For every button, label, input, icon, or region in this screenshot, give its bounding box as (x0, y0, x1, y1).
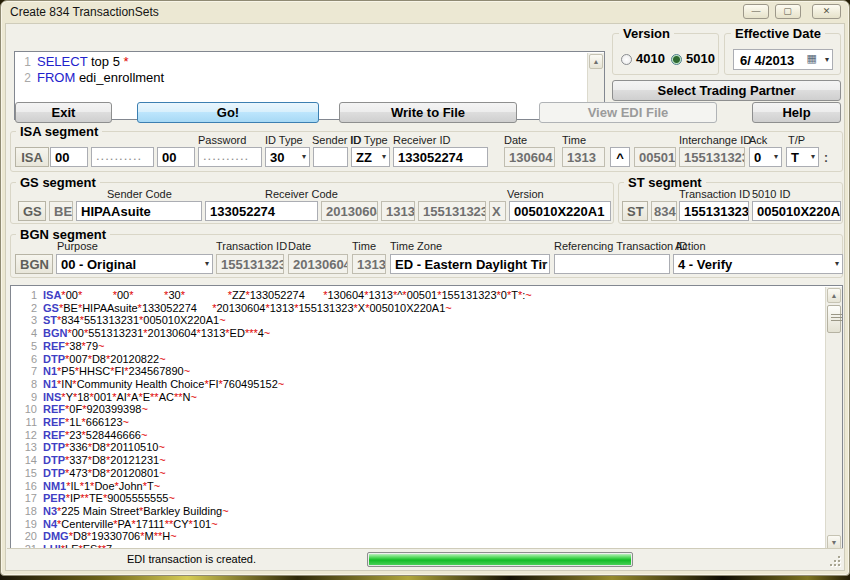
edi-line: 8N1*IN*Community Health Choice*FI*760495… (11, 378, 824, 391)
edi-line: 9INS*Y*18*001*AI*A*E**AC**N~ (11, 391, 824, 404)
bgn-time-zone-combo[interactable]: ED - Eastern Daylight Tir▾ (390, 254, 550, 274)
bgn-purpose-combo[interactable]: 00 - Original▾ (56, 254, 213, 274)
st-type-field[interactable]: 834 (651, 201, 677, 221)
title-bar[interactable]: Create 834 TransactionSets — ▢ ✕ (1, 1, 849, 23)
isa-date-label: Date (504, 134, 527, 146)
edi-line: 20DMG*D8*19330706*M**H~ (11, 530, 824, 543)
scroll-up-icon[interactable]: ▲ (589, 54, 603, 69)
gs-receiver-code-field[interactable]: 133052274 (205, 201, 318, 221)
maximize-icon[interactable]: ▢ (775, 4, 801, 19)
isa-auth-info-field[interactable]: .......... (91, 147, 154, 167)
write-to-file-button[interactable]: Write to File (339, 102, 517, 123)
line-number: 16 (11, 480, 37, 493)
version-radio-4010[interactable]: 4010 (621, 49, 665, 65)
sql-line: 2FROM edi_enrollment (15, 70, 586, 86)
bgn-tag: BGN (15, 254, 53, 274)
scroll-up-icon[interactable]: ▲ (827, 288, 841, 303)
bgn-referencing-id-field[interactable] (554, 254, 670, 274)
isa-interchange-id-field[interactable]: 155131323 (679, 147, 745, 167)
help-button[interactable]: Help (752, 102, 841, 123)
chevron-down-icon: ▾ (825, 55, 829, 64)
isa-sender-id-field[interactable] (313, 147, 348, 167)
bgn-action-label: Action (675, 240, 706, 252)
isa-repetition-separator-field[interactable]: ^ (610, 147, 630, 167)
radio-icon (671, 54, 682, 65)
minimize-icon[interactable]: — (743, 4, 769, 19)
gs-agency-field[interactable]: X (489, 201, 506, 221)
edi-line: 7N1*P5*HHSC*FI*234567890~ (11, 365, 824, 378)
isa-receiver-id-field[interactable]: 133052274 (393, 147, 488, 167)
isa-ack-label: Ack (749, 134, 767, 146)
isa-password-field[interactable]: .......... (198, 147, 262, 167)
isa-tag: ISA (15, 147, 49, 167)
isa-time-field[interactable]: 1313 (562, 147, 605, 167)
bgn-transaction-id-field[interactable]: 155131323 (216, 254, 284, 274)
bgn-date-field[interactable]: 20130604 (288, 254, 348, 274)
line-number: 6 (11, 353, 37, 366)
chevron-down-icon: ▾ (774, 152, 778, 161)
go-button[interactable]: Go! (137, 102, 319, 123)
isa-password-label: Password (198, 134, 246, 146)
close-icon[interactable]: ✕ (812, 4, 841, 19)
edi-line: 3ST*834*551313231*005010X220A1~ (11, 314, 824, 327)
isa-receiver-id-label: Receiver ID (393, 134, 450, 146)
view-edi-file-button[interactable]: View EDI File (539, 102, 717, 123)
bgn-action-combo[interactable]: 4 - Verify▾ (673, 254, 843, 274)
isa-interchange-id-label: Interchange ID (679, 134, 751, 146)
edi-line: 4BGN*00*551313231*20130604*1313*ED***4~ (11, 327, 824, 340)
edi-line: 16NM1*IL*1*Doe*John*T~ (11, 480, 824, 493)
gs-time-field[interactable]: 1313 (381, 201, 415, 221)
bgn-purpose-label: Purpose (57, 240, 98, 252)
bgn-time-zone-label: Time Zone (390, 240, 442, 252)
status-bar: EDI transaction is created. (7, 548, 843, 569)
isa-sender-idtype-combo[interactable]: 30▾ (265, 147, 310, 167)
gs-groupbox-title: GS segment (16, 175, 100, 190)
chevron-down-icon: ▾ (542, 259, 546, 268)
isa-security-qualifier-field[interactable]: 00 (157, 147, 195, 167)
gs-version-field[interactable]: 005010X220A1 (509, 201, 611, 221)
isa-control-version-field[interactable]: 00501 (634, 147, 676, 167)
sql-line: 1SELECT top 5 * (15, 54, 586, 70)
line-number: 2 (11, 302, 37, 315)
isa-element-separator: : (824, 151, 828, 165)
chevron-down-icon: ▾ (382, 152, 386, 161)
date-value: 6/ 4/2013 (740, 53, 794, 68)
st-transaction-id-field[interactable]: 155131323 (679, 201, 749, 221)
gs-functional-code-field[interactable]: BE (49, 201, 73, 221)
gs-version-label: Version (507, 188, 544, 200)
isa-date-field[interactable]: 130604 (504, 147, 555, 167)
bgn-transaction-id-label: Transaction ID (216, 240, 287, 252)
edi-scrollbar[interactable]: ▲ ▼ (825, 287, 842, 551)
st-transaction-id-label: Transaction ID (679, 188, 750, 200)
gs-sender-code-field[interactable]: HIPAAsuite (76, 201, 202, 221)
isa-idtype-receiver-label: ID Type (350, 134, 388, 146)
isa-receiver-idtype-combo[interactable]: ZZ▾ (351, 147, 390, 167)
edi-line: 2GS*BE*HIPAAsuite*133052274 *20130604*13… (11, 302, 824, 315)
isa-time-label: Time (562, 134, 586, 146)
line-number: 19 (11, 518, 37, 531)
select-trading-partner-button[interactable]: Select Trading Partner (612, 80, 841, 101)
version-radio-5010[interactable]: 5010 (671, 49, 715, 65)
st-5010-id-field[interactable]: 005010X220A (752, 201, 841, 221)
resize-grip-icon[interactable] (829, 555, 840, 566)
effective-date-picker[interactable]: 6/ 4/2013 ▦ ▾ (733, 49, 833, 70)
radio-label: 4010 (636, 51, 665, 66)
exit-button[interactable]: Exit (15, 102, 112, 123)
line-number: 14 (11, 454, 37, 467)
edi-line: 13DTP*336*D8*20110510~ (11, 441, 824, 454)
scrollbar-thumb[interactable] (827, 305, 841, 333)
edi-line: 17PER*IP**TE*9005555555~ (11, 492, 824, 505)
calendar-icon: ▦ (807, 52, 817, 65)
edi-output[interactable]: 1ISA*00* *00* *30* *ZZ*133052274 *130604… (10, 285, 843, 553)
edi-line: 19N4*Centerville*PA*17111**CY*101~ (11, 518, 824, 531)
isa-auth-qualifier-field[interactable]: 00 (50, 147, 88, 167)
isa-ack-combo[interactable]: 0▾ (749, 147, 782, 167)
version-groupbox: Version 40105010 (612, 33, 719, 75)
gs-date-field[interactable]: 20130604 (321, 201, 378, 221)
edi-line: 12REF*23*528446666~ (11, 429, 824, 442)
isa-tp-combo[interactable]: T▾ (786, 147, 819, 167)
edi-line: 5REF*38*79~ (11, 340, 824, 353)
radio-label: 5010 (686, 51, 715, 66)
gs-group-id-field[interactable]: 155131323 (418, 201, 486, 221)
bgn-time-field[interactable]: 1313 (352, 254, 386, 274)
